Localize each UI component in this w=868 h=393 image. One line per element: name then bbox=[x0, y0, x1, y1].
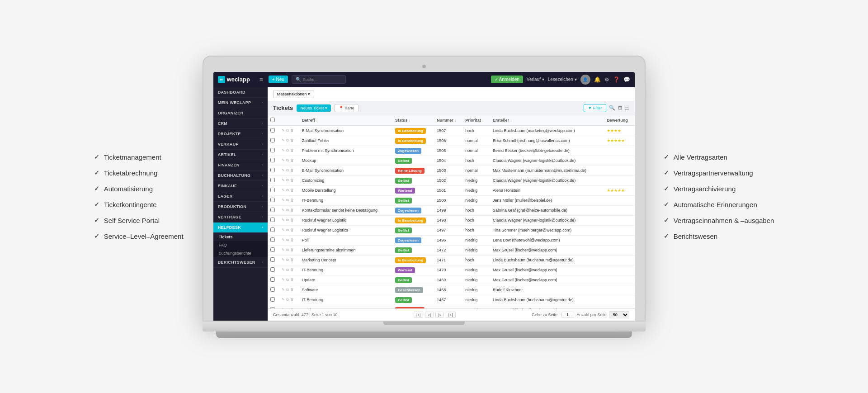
copy-icon[interactable]: ⧉ bbox=[286, 138, 289, 143]
edit-icon[interactable]: ✎ bbox=[282, 248, 285, 252]
th-status[interactable]: Status bbox=[392, 115, 434, 126]
copy-icon[interactable]: ⧉ bbox=[286, 208, 289, 213]
massenaktionen-button[interactable]: Massenaktionen ▾ bbox=[273, 90, 314, 98]
hamburger-btn[interactable]: ≡ bbox=[258, 75, 265, 84]
anmelden-button[interactable]: ✓ Anmelden bbox=[491, 76, 523, 83]
copy-icon[interactable]: ⧉ bbox=[286, 258, 289, 262]
copy-icon[interactable]: ⧉ bbox=[286, 248, 289, 252]
table-row[interactable]: ✎ ⧉ 🗑 Zahllauf Fehler In Bearbeitung 150… bbox=[268, 136, 635, 146]
copy-icon[interactable]: ⧉ bbox=[286, 168, 289, 173]
copy-icon[interactable]: ⧉ bbox=[286, 228, 289, 232]
delete-icon[interactable]: 🗑 bbox=[290, 168, 294, 173]
sidebar-subitem-tickets[interactable]: Tickets bbox=[213, 233, 268, 241]
copy-icon[interactable]: ⧉ bbox=[286, 148, 289, 153]
th-ersteller[interactable]: Ersteller bbox=[490, 115, 604, 126]
edit-icon[interactable]: ✎ bbox=[282, 258, 285, 262]
sidebar-item-projekte[interactable]: PROJEKTE › bbox=[213, 129, 268, 139]
edit-icon[interactable]: ✎ bbox=[282, 278, 285, 282]
copy-icon[interactable]: ⧉ bbox=[286, 268, 289, 272]
copy-icon[interactable]: ⧉ bbox=[286, 278, 289, 282]
sidebar-item-lager[interactable]: LAGER › bbox=[213, 191, 268, 202]
avatar[interactable]: 👤 bbox=[580, 75, 590, 85]
edit-icon[interactable]: ✎ bbox=[282, 168, 285, 173]
help-icon[interactable]: ❓ bbox=[613, 76, 620, 83]
karte-button[interactable]: 📍 Karte bbox=[335, 104, 359, 112]
edit-icon[interactable]: ✎ bbox=[282, 188, 285, 193]
copy-icon[interactable]: ⧉ bbox=[286, 218, 289, 223]
edit-icon[interactable]: ✎ bbox=[282, 148, 285, 153]
row-checkbox[interactable] bbox=[270, 237, 275, 242]
table-row[interactable]: ✎ ⧉ 🗑 Rückruf Wagner Logistics Gelöst 14… bbox=[268, 225, 635, 235]
edit-icon[interactable]: ✎ bbox=[282, 198, 285, 203]
copy-icon[interactable]: ⧉ bbox=[286, 198, 289, 203]
table-row[interactable]: ✎ ⧉ 🗑 Mobile Darstellung Wartend 1501 ni… bbox=[268, 185, 635, 195]
search-icon[interactable]: 🔍 bbox=[609, 105, 615, 111]
edit-icon[interactable]: ✎ bbox=[282, 138, 285, 143]
sidebar-subitem-faq[interactable]: FAQ bbox=[213, 241, 268, 249]
row-checkbox[interactable] bbox=[270, 267, 275, 272]
delete-icon[interactable]: 🗑 bbox=[290, 178, 294, 183]
row-checkbox[interactable] bbox=[270, 247, 275, 252]
copy-icon[interactable]: ⧉ bbox=[286, 288, 289, 292]
sidebar-item-produktion[interactable]: PRODUKTION › bbox=[213, 202, 268, 212]
row-checkbox[interactable] bbox=[270, 287, 275, 292]
table-row[interactable]: ✎ ⧉ 🗑 E-Mail Synchronisation Keine Lösun… bbox=[268, 166, 635, 175]
row-checkbox[interactable] bbox=[270, 148, 275, 152]
edit-icon[interactable]: ✎ bbox=[282, 268, 285, 272]
delete-icon[interactable]: 🗑 bbox=[290, 158, 294, 163]
delete-icon[interactable]: 🗑 bbox=[290, 298, 294, 302]
delete-icon[interactable]: 🗑 bbox=[290, 238, 294, 242]
message-icon[interactable]: 💬 bbox=[623, 76, 630, 83]
sidebar-item-vertraege[interactable]: VERTRÄGE › bbox=[213, 212, 268, 223]
delete-icon[interactable]: 🗑 bbox=[290, 218, 294, 223]
sidebar-item-einkauf[interactable]: EINKAUF › bbox=[213, 181, 268, 191]
row-checkbox[interactable] bbox=[270, 218, 275, 222]
delete-icon[interactable]: 🗑 bbox=[290, 138, 294, 143]
sidebar-item-artikel[interactable]: ARTIKEL › bbox=[213, 150, 268, 160]
row-checkbox[interactable] bbox=[270, 128, 275, 133]
row-checkbox[interactable] bbox=[270, 198, 275, 202]
settings-icon[interactable]: ⚙ bbox=[604, 76, 609, 83]
table-row[interactable]: ✎ ⧉ 🗑 Marketing Concept In Bearbeitung 1… bbox=[268, 255, 635, 265]
table-row[interactable]: ✎ ⧉ 🗑 IT-Beratung Gelöst 1467 niedrig Li… bbox=[268, 295, 635, 305]
th-betreff[interactable]: Betreff bbox=[299, 115, 392, 126]
table-row[interactable]: ✎ ⧉ 🗑 Mockup Gelöst 1504 hoch Claudia Wa… bbox=[268, 156, 635, 166]
delete-icon[interactable]: 🗑 bbox=[290, 228, 294, 232]
edit-icon[interactable]: ✎ bbox=[282, 218, 285, 223]
th-nummer[interactable]: Nummer bbox=[434, 115, 462, 126]
table-row[interactable]: ✎ ⧉ 🗑 Rückruf Wagner Logistik In Bearbei… bbox=[268, 215, 635, 225]
edit-icon[interactable]: ✎ bbox=[282, 298, 285, 302]
next-page-button[interactable]: ▷ bbox=[435, 312, 444, 318]
edit-icon[interactable]: ✎ bbox=[282, 158, 285, 163]
sidebar-item-helpdesk[interactable]: HELPDESK › bbox=[213, 223, 268, 233]
sidebar-subitem-buchungsberichte[interactable]: Buchungsberichte bbox=[213, 249, 268, 257]
edit-icon[interactable]: ✎ bbox=[282, 228, 285, 232]
row-checkbox[interactable] bbox=[270, 168, 275, 172]
delete-icon[interactable]: 🗑 bbox=[290, 268, 294, 272]
sidebar-item-meinweclapp[interactable]: MEIN WECLAPP › bbox=[213, 98, 268, 108]
copy-icon[interactable]: ⧉ bbox=[286, 158, 289, 163]
delete-icon[interactable]: 🗑 bbox=[290, 288, 294, 292]
table-row[interactable]: ✎ ⧉ 🗑 Hardware Keine Lösung 1466 normal … bbox=[268, 305, 635, 308]
row-checkbox[interactable] bbox=[270, 257, 275, 262]
edit-icon[interactable]: ✎ bbox=[282, 288, 285, 292]
row-checkbox[interactable] bbox=[270, 178, 275, 182]
table-row[interactable]: ✎ ⧉ 🗑 Update Gelöst 1469 niedrig Max Gru… bbox=[268, 275, 635, 285]
row-checkbox[interactable] bbox=[270, 138, 275, 142]
anzahl-pro-seite-select[interactable]: 50 25 100 bbox=[609, 311, 629, 318]
table-row[interactable]: ✎ ⧉ 🗑 E-Mail Synchronisation In Bearbeit… bbox=[268, 126, 635, 136]
table-row[interactable]: ✎ ⧉ 🗑 Software Geschlossen 1468 niedrig … bbox=[268, 285, 635, 295]
delete-icon[interactable]: 🗑 bbox=[290, 258, 294, 262]
delete-icon[interactable]: 🗑 bbox=[290, 198, 294, 203]
edit-icon[interactable]: ✎ bbox=[282, 178, 285, 183]
select-all-checkbox[interactable] bbox=[270, 118, 275, 122]
table-row[interactable]: ✎ ⧉ 🗑 Problem mit Synchronisation Zugewi… bbox=[268, 146, 635, 156]
sidebar-item-dashboard[interactable]: DASHBOARD bbox=[213, 87, 268, 98]
row-checkbox[interactable] bbox=[270, 227, 275, 232]
th-prioritat[interactable]: Priorität bbox=[462, 115, 490, 126]
neues-ticket-button[interactable]: Neues Ticket ▾ bbox=[297, 104, 331, 112]
row-checkbox[interactable] bbox=[270, 188, 275, 192]
prev-page-button[interactable]: ◁ bbox=[425, 312, 434, 318]
copy-icon[interactable]: ⧉ bbox=[286, 178, 289, 183]
lesezeichen-link[interactable]: Lesezeichen ▾ bbox=[548, 77, 577, 82]
